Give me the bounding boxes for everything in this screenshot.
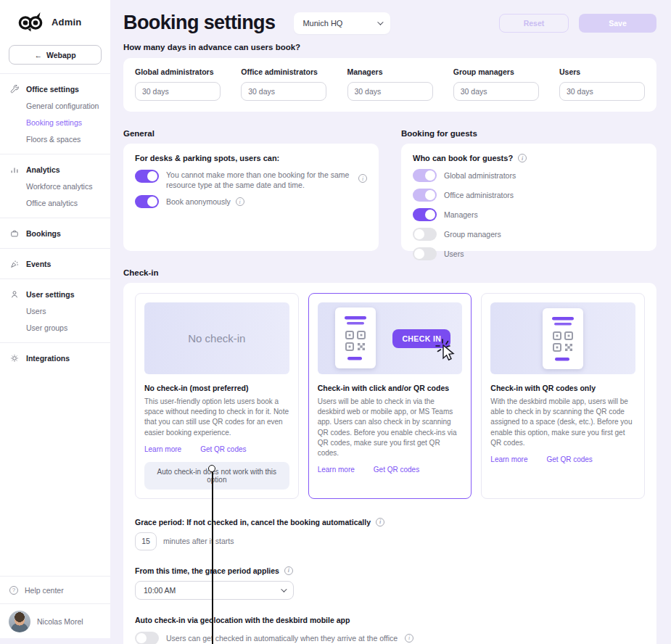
annotation-line: [212, 472, 213, 644]
sidebar-item-office-settings[interactable]: Office settings: [0, 80, 110, 97]
info-icon[interactable]: i: [376, 518, 384, 527]
sidebar-item-office-analytics[interactable]: Office analytics: [0, 194, 110, 211]
toggle-label: Users can get checked in automatically w…: [166, 634, 398, 643]
grace-minutes-input[interactable]: [135, 532, 157, 550]
checkin-heading: Check-in: [123, 268, 656, 277]
sidebar-item-workforce-analytics[interactable]: Workforce analytics: [0, 178, 110, 194]
wrench-icon: [9, 85, 20, 94]
checkin-option-click-qr[interactable]: CHECK IN: [308, 293, 472, 499]
nav-section-integrations: Integrations: [0, 342, 110, 373]
sidebar-item-users[interactable]: Users: [0, 302, 110, 319]
sidebar-item-label: Booking settings: [26, 118, 82, 127]
sidebar-item-user-groups[interactable]: User groups: [0, 319, 110, 336]
general-card: For desks & parking spots, users can: Yo…: [123, 144, 379, 251]
nav-section-office: Office settings General configuration Bo…: [0, 73, 110, 154]
get-qr-codes-link[interactable]: Get QR codes: [546, 455, 592, 463]
managers-days-input[interactable]: [347, 82, 433, 101]
sidebar-item-general-configuration[interactable]: General configuration: [0, 97, 110, 114]
learn-more-link[interactable]: Learn more: [490, 455, 527, 463]
sidebar-item-label: User groups: [26, 323, 67, 332]
book-anonymously-toggle[interactable]: [135, 195, 159, 208]
global-admins-days-input[interactable]: [135, 82, 221, 101]
sidebar-item-events[interactable]: Events: [0, 255, 110, 272]
sidebar-item-booking-settings[interactable]: Booking settings: [0, 114, 110, 131]
grace-time-dropdown[interactable]: 10:00 AM: [135, 581, 294, 600]
advance-booking-card: Global administrators Office administrat…: [123, 58, 656, 112]
learn-more-link[interactable]: Learn more: [318, 466, 355, 474]
save-button[interactable]: Save: [579, 14, 656, 33]
managers-guest-toggle[interactable]: [413, 208, 437, 221]
guest-toggle-global-admins: Global administrators: [413, 169, 645, 182]
users-days-input[interactable]: [559, 82, 645, 101]
no-checkin-illustration: No check-in: [144, 302, 289, 374]
user-profile[interactable]: Nicolas Morel: [0, 603, 110, 638]
general-section: General For desks & parking spots, users…: [123, 129, 379, 251]
guest-toggle-managers: Managers: [413, 208, 645, 221]
briefcase-icon: [9, 229, 20, 238]
help-center-link[interactable]: ? Help center: [0, 576, 110, 603]
page-title: Booking settings: [123, 12, 275, 34]
guests-heading: Booking for guests: [401, 129, 656, 138]
person-icon: [9, 290, 20, 299]
back-to-webapp-button[interactable]: ← Webapp: [9, 45, 102, 65]
group-managers-guest-toggle[interactable]: [413, 228, 437, 241]
guest-toggle-users: Users: [413, 247, 645, 260]
click-qr-illustration: CHECK IN: [318, 302, 463, 374]
logo-row: Admin: [0, 0, 110, 42]
users-guest-toggle[interactable]: [413, 247, 437, 260]
office-admins-guest-toggle[interactable]: [413, 189, 437, 202]
info-icon[interactable]: i: [236, 197, 244, 206]
group-managers-days-input[interactable]: [453, 82, 539, 101]
toggle-row-book-anonymously: Book anonymously i: [135, 195, 367, 208]
sidebar-item-label: Office analytics: [26, 199, 78, 207]
info-icon[interactable]: i: [518, 154, 527, 162]
sidebar: Admin ← Webapp Office settings General c…: [0, 0, 110, 638]
get-qr-codes-link[interactable]: Get QR codes: [374, 466, 419, 474]
office-selector-dropdown[interactable]: Munich HQ: [294, 12, 390, 34]
grace-period-label: Grace period: If not checked in, cancel …: [135, 518, 371, 527]
single-booking-toggle[interactable]: [135, 170, 159, 183]
sidebar-item-user-settings[interactable]: User settings: [0, 286, 110, 302]
global-admins-guest-toggle[interactable]: [413, 169, 437, 182]
advance-field-managers: Managers: [347, 67, 433, 101]
info-icon[interactable]: i: [284, 566, 293, 575]
sidebar-nav: Office settings General configuration Bo…: [0, 73, 110, 638]
help-icon: ?: [9, 586, 18, 595]
checkin-option-none[interactable]: No check-in No check-in (most preferred)…: [135, 293, 299, 499]
auto-checkin-toggle[interactable]: [135, 632, 159, 644]
qr-only-illustration: [490, 302, 635, 374]
get-qr-codes-link[interactable]: Get QR codes: [200, 445, 246, 453]
option-title: No check-in (most preferred): [144, 384, 289, 392]
cursor-click-icon: [435, 339, 460, 363]
info-icon[interactable]: i: [405, 634, 413, 643]
info-icon[interactable]: i: [358, 174, 367, 183]
sidebar-item-floors-spaces[interactable]: Floors & spaces: [0, 131, 110, 147]
grace-time-label: From this time, the grace period applies: [135, 566, 279, 575]
user-name: Nicolas Morel: [37, 617, 83, 626]
option-links: Learn more Get QR codes: [490, 455, 635, 463]
sidebar-item-label: Integrations: [26, 354, 70, 363]
office-admins-days-input[interactable]: [241, 82, 326, 101]
office-selector-value: Munich HQ: [302, 19, 342, 28]
checkin-option-qr-only[interactable]: Check-in with QR codes only With the des…: [481, 293, 645, 499]
nav-section-analytics: Analytics Workforce analytics Office ana…: [0, 154, 110, 218]
header-actions: Reset Save: [499, 14, 656, 33]
owl-logo-icon: [17, 12, 44, 32]
avatar: [9, 611, 30, 632]
learn-more-link[interactable]: Learn more: [144, 445, 181, 453]
sidebar-item-label: Workforce analytics: [26, 182, 92, 191]
sidebar-item-integrations[interactable]: Integrations: [0, 350, 110, 366]
gear-icon: [9, 354, 20, 363]
option-title: Check-in with click and/or QR codes: [318, 384, 463, 392]
sidebar-item-label: Office settings: [26, 85, 79, 94]
sidebar-item-analytics[interactable]: Analytics: [0, 161, 110, 178]
sidebar-item-label: Events: [26, 260, 51, 268]
advance-field-global-admins: Global administrators: [135, 67, 221, 101]
option-description: Users will be able to check in via the d…: [318, 397, 463, 458]
sidebar-item-bookings[interactable]: Bookings: [0, 225, 110, 242]
nav-section-events: Events: [0, 248, 110, 278]
back-arrow-icon: ←: [34, 51, 42, 59]
guests-section: Booking for guests Who can book for gues…: [401, 129, 656, 251]
nav-section-bookings: Bookings: [0, 218, 110, 248]
reset-button[interactable]: Reset: [499, 14, 569, 33]
